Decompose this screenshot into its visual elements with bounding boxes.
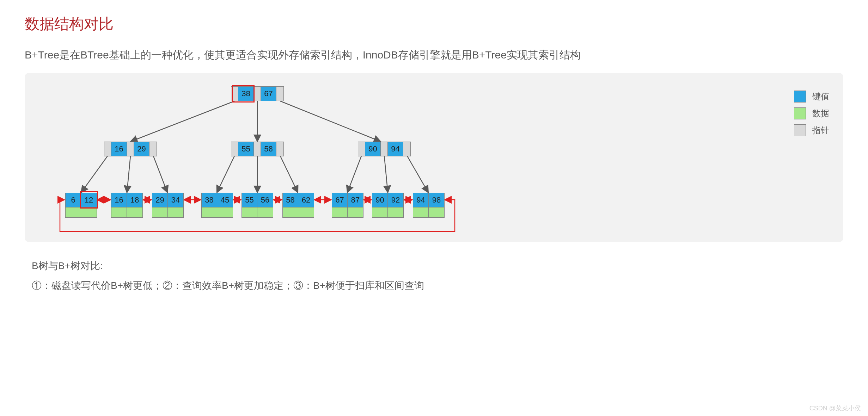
legend-label: 数据 [812,108,829,119]
pointer-cell [104,142,111,156]
data-cell [81,207,97,217]
pointer-cell [276,142,283,156]
leaf-node: 6 12 [65,193,97,218]
pointer-cell [127,142,134,156]
leaf-key-cell: 87 [348,193,363,207]
svg-line-4 [127,156,130,193]
pointer-cell [381,142,388,156]
pointer-cell [149,142,157,156]
legend-label: 键值 [812,91,829,102]
data-cell [429,207,444,217]
comparison-points: ①：磁盘读写代价B+树更低；②：查询效率B+树更加稳定；③：B+树便于扫库和区间… [32,276,843,296]
data-cell [217,207,233,217]
watermark: CSDN @菜菜小侯 [809,404,861,412]
legend-item-key: 键值 [794,91,829,103]
leaf-node: 16 18 [111,193,143,218]
comparison-title: B树与B+树对比: [32,256,843,276]
leaf-node: 38 45 [201,193,233,218]
internal-node: 55 58 [231,142,284,156]
data-cell [298,207,314,217]
leaf-key-cell: 94 [413,193,429,207]
svg-line-3 [81,156,108,193]
svg-line-11 [407,156,428,193]
subtitle: B+Tree是在BTree基础上的一种优化，使其更适合实现外存储索引结构，Inn… [25,48,843,62]
leaf-node: 94 98 [413,193,445,218]
internal-node: 16 29 [104,142,157,156]
leaf-key-cell: 55 [242,193,257,207]
data-cell [413,207,429,217]
key-cell: 38 [238,87,254,101]
svg-line-8 [280,156,298,193]
leaf-key-cell: 12 [81,193,97,207]
pointer-cell [254,142,261,156]
leaf-key-cell: 67 [332,193,348,207]
leaf-key-cell: 18 [127,193,142,207]
leaf-key-cell: 34 [168,193,183,207]
swatch-ptr [794,124,806,136]
pointer-cell [231,87,238,101]
leaf-node: 90 92 [372,193,404,218]
key-cell: 16 [111,142,127,156]
legend-item-ptr: 指针 [794,124,829,136]
svg-line-6 [217,156,234,193]
key-cell: 58 [261,142,276,156]
key-cell: 29 [134,142,149,156]
svg-line-5 [153,156,167,193]
svg-line-0 [130,101,234,142]
pointer-cell [358,142,365,156]
data-cell [127,207,142,217]
comparison-section: B树与B+树对比: ①：磁盘读写代价B+树更低；②：查询效率B+树更加稳定；③：… [25,256,843,296]
data-cell [242,207,257,217]
data-cell [202,207,217,217]
leaf-node: 58 62 [282,193,314,218]
data-cell [168,207,183,217]
leaf-key-cell: 29 [152,193,168,207]
data-cell [332,207,348,217]
svg-line-9 [347,156,361,193]
page-title: 数据结构对比 [25,14,843,34]
legend-item-data: 数据 [794,107,829,119]
internal-node: 90 94 [358,142,411,156]
pointer-cell [254,87,261,101]
root-node: 38 67 [231,86,284,101]
leaf-key-cell: 45 [217,193,233,207]
data-cell [372,207,388,217]
data-cell [257,207,273,217]
leaf-key-cell: 92 [388,193,403,207]
key-cell: 67 [261,87,276,101]
data-cell [66,207,81,217]
leaf-node: 67 87 [332,193,363,218]
key-cell: 55 [238,142,254,156]
data-cell [283,207,298,217]
data-cell [152,207,168,217]
data-cell [348,207,363,217]
swatch-data [794,107,806,119]
leaf-key-cell: 38 [202,193,217,207]
leaf-key-cell: 16 [111,193,127,207]
legend-label: 指针 [812,125,829,136]
leaf-key-cell: 90 [372,193,388,207]
bplus-tree-diagram: 38 67 16 29 55 58 90 94 6 12 16 [25,73,843,242]
key-cell: 90 [365,142,381,156]
leaf-node: 55 56 [242,193,273,218]
swatch-key [794,91,806,103]
leaf-key-cell: 6 [66,193,81,207]
leaf-key-cell: 56 [257,193,273,207]
data-cell [388,207,403,217]
svg-line-10 [384,156,388,193]
leaf-key-cell: 62 [298,193,314,207]
pointer-cell [276,87,283,101]
leaf-key-cell: 58 [283,193,298,207]
legend: 键值 数据 指针 [794,91,829,136]
key-cell: 94 [388,142,403,156]
pointer-cell [231,142,238,156]
leaf-node: 29 34 [152,193,184,218]
svg-line-2 [280,101,381,142]
leaf-key-cell: 98 [429,193,444,207]
data-cell [111,207,127,217]
pointer-cell [403,142,410,156]
